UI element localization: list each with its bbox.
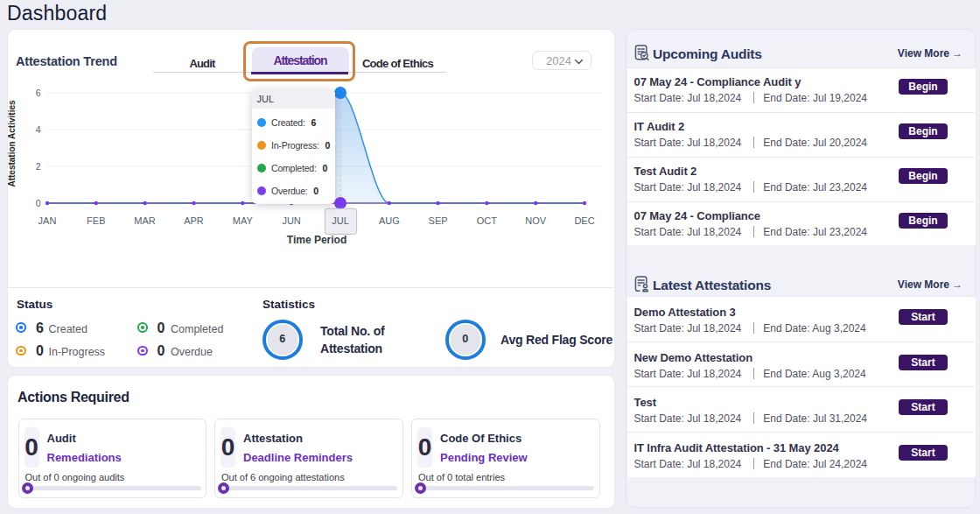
svg-text:4: 4: [36, 124, 41, 135]
svg-text:FEB: FEB: [87, 215, 105, 226]
svg-text:JUN: JUN: [282, 215, 300, 226]
svg-text:DEC: DEC: [574, 215, 594, 226]
svg-text:2: 2: [36, 161, 41, 172]
svg-text:0: 0: [36, 198, 41, 208]
svg-text:MAR: MAR: [134, 215, 156, 226]
svg-text:6: 6: [36, 88, 41, 98]
svg-text:NOV: NOV: [525, 215, 547, 226]
svg-text:JUL: JUL: [332, 215, 349, 226]
svg-text:AUG: AUG: [379, 215, 400, 226]
svg-text:OCT: OCT: [477, 215, 498, 226]
svg-text:Attestation Activities: Attestation Activities: [8, 100, 17, 187]
svg-text:MAY: MAY: [233, 215, 254, 226]
svg-text:SEP: SEP: [429, 215, 448, 226]
svg-text:Time Period: Time Period: [287, 234, 346, 246]
svg-text:JAN: JAN: [38, 215, 57, 226]
svg-text:APR: APR: [184, 215, 204, 226]
